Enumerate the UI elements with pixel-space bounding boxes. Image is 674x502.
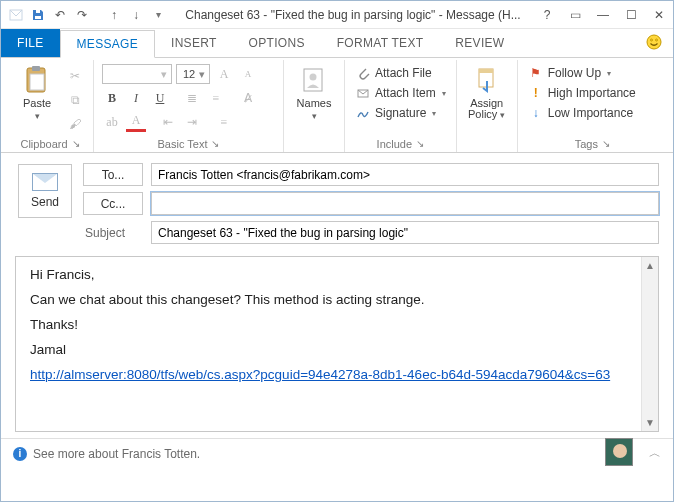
people-pane: i See more about Francis Totten. ︿ [1,438,673,468]
scrollbar[interactable]: ▲ ▼ [641,257,658,431]
subject-field[interactable] [151,221,659,244]
address-book-icon [298,64,330,96]
basic-text-group-label: Basic Text [158,138,208,150]
names-button[interactable]: Names ▾ [292,64,336,121]
arrow-down-icon: ↓ [528,105,544,121]
font-color-icon[interactable]: A [126,112,146,132]
next-item-icon[interactable]: ↓ [127,6,145,24]
tab-format-text[interactable]: FORMAT TEXT [321,29,440,57]
dropdown-icon: ▾ [35,111,40,121]
tab-options[interactable]: OPTIONS [233,29,321,57]
dialog-launcher-icon[interactable]: ↘ [602,138,610,150]
ribbon-tabs: FILE MESSAGE INSERT OPTIONS FORMAT TEXT … [1,29,673,57]
highlight-icon[interactable]: ab [102,112,122,132]
prev-item-icon[interactable]: ↑ [105,6,123,24]
attach-item-button[interactable]: Attach Item ▾ [353,84,448,102]
scroll-down-icon[interactable]: ▼ [642,414,658,431]
close-button[interactable]: ✕ [645,4,673,26]
cc-button[interactable]: Cc... [83,192,143,215]
quick-access-toolbar: ↶ ↷ ↑ ↓ ▾ [1,6,173,24]
svg-point-5 [656,39,658,41]
tab-file[interactable]: FILE [1,29,60,57]
qat-customize-icon[interactable]: ▾ [149,6,167,24]
scroll-up-icon[interactable]: ▲ [642,257,658,274]
dialog-launcher-icon[interactable]: ↘ [211,138,219,150]
ribbon: Paste ▾ ✂ ⧉ 🖌 Clipboard↘ ▾ 12▾ A A B [1,57,673,153]
to-field[interactable] [151,163,659,186]
numbering-icon[interactable]: ≡ [206,88,226,108]
svg-rect-13 [479,69,493,73]
redo-icon[interactable]: ↷ [73,6,91,24]
decrease-indent-icon[interactable]: ⇤ [158,112,178,132]
help-button[interactable]: ? [533,4,561,26]
body-signature: Jamal [30,342,644,357]
title-bar: ↶ ↷ ↑ ↓ ▾ Changeset 63 - "Fixed the bug … [1,1,673,29]
svg-rect-2 [36,10,40,13]
people-pane-text[interactable]: See more about Francis Totten. [33,447,200,461]
svg-point-10 [310,74,317,81]
format-painter-icon[interactable]: 🖌 [65,114,85,134]
tab-message[interactable]: MESSAGE [60,30,155,58]
follow-up-button[interactable]: ⚑ Follow Up ▾ [526,64,638,82]
contact-avatar[interactable] [605,438,633,466]
copy-icon[interactable]: ⧉ [65,90,85,110]
align-icon[interactable]: ≡ [214,112,234,132]
attach-file-button[interactable]: Attach File [353,64,448,82]
bullets-icon[interactable]: ≣ [182,88,202,108]
expand-people-pane-icon[interactable]: ︿ [649,445,661,462]
info-icon: i [13,447,27,461]
undo-icon[interactable]: ↶ [51,6,69,24]
svg-point-4 [651,39,653,41]
send-button[interactable]: Send [18,164,72,218]
font-size-combo[interactable]: 12▾ [176,64,210,84]
paste-button[interactable]: Paste ▾ [15,64,59,121]
body-greeting: Hi Francis, [30,267,644,282]
cc-field[interactable] [151,192,659,215]
exclamation-icon: ! [528,85,544,101]
increase-indent-icon[interactable]: ⇥ [182,112,202,132]
flag-icon: ⚑ [528,65,544,81]
signature-icon [355,105,371,121]
group-assign-policy: AssignPolicy ▾ . [457,60,518,152]
high-importance-button[interactable]: ! High Importance [526,84,638,102]
svg-point-3 [647,35,661,49]
to-button[interactable]: To... [83,163,143,186]
tab-insert[interactable]: INSERT [155,29,233,57]
group-clipboard: Paste ▾ ✂ ⧉ 🖌 Clipboard↘ [7,60,94,152]
paperclip-icon [355,65,371,81]
window-controls: ? ▭ — ☐ ✕ [533,4,673,26]
body-thanks: Thanks! [30,317,644,332]
dropdown-icon: ▾ [312,111,317,121]
font-name-combo[interactable]: ▾ [102,64,172,84]
grow-font-icon[interactable]: A [214,64,234,84]
group-include: Attach File Attach Item ▾ Signature ▾ [345,60,457,152]
minimize-button[interactable]: — [589,4,617,26]
policy-icon [471,64,503,96]
smiley-icon[interactable] [645,33,663,51]
body-link[interactable]: http://almserver:8080/tfs/web/cs.aspx?pc… [30,367,610,382]
dialog-launcher-icon[interactable]: ↘ [72,138,80,150]
attach-item-icon [355,85,371,101]
low-importance-button[interactable]: ↓ Low Importance [526,104,638,122]
tags-group-label: Tags [575,138,598,150]
include-group-label: Include [377,138,412,150]
svg-rect-8 [30,74,44,90]
group-basic-text: ▾ 12▾ A A B I U ≣ ≡ A̷ ab A [94,60,284,152]
tab-review[interactable]: REVIEW [439,29,520,57]
signature-button[interactable]: Signature ▾ [353,104,448,122]
subject-label: Subject [83,226,143,240]
message-header: Send To... Cc... Subject [1,153,673,250]
cut-icon[interactable]: ✂ [65,66,85,86]
save-icon[interactable] [29,6,47,24]
app-icon [7,6,25,24]
ribbon-display-button[interactable]: ▭ [561,4,589,26]
underline-icon[interactable]: U [150,88,170,108]
dialog-launcher-icon[interactable]: ↘ [416,138,424,150]
clear-formatting-icon[interactable]: A̷ [238,88,258,108]
maximize-button[interactable]: ☐ [617,4,645,26]
assign-policy-button[interactable]: AssignPolicy ▾ [465,64,509,120]
shrink-font-icon[interactable]: A [238,64,258,84]
bold-icon[interactable]: B [102,88,122,108]
message-body[interactable]: Hi Francis, Can we chat about this chang… [15,256,659,432]
italic-icon[interactable]: I [126,88,146,108]
